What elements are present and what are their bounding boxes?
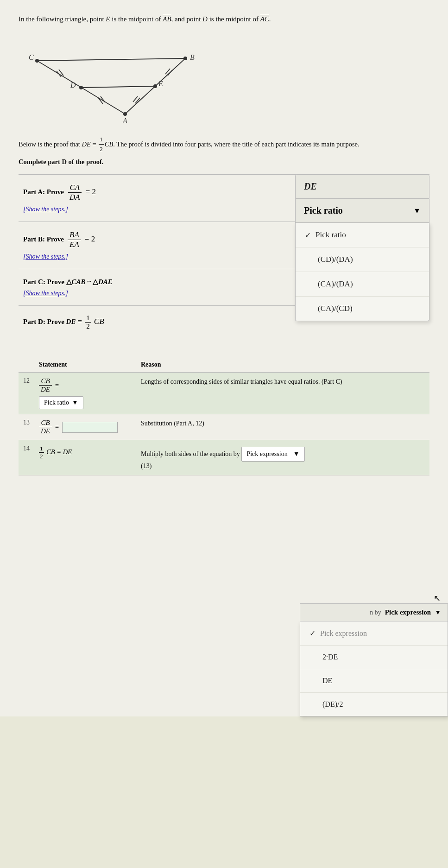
part-a-fraction: CA DA — [68, 183, 82, 202]
proof-intro-text: Below is the proof that DE = 12CB. The p… — [19, 135, 429, 155]
part-c-show-steps[interactable]: [Show the steps.] — [23, 290, 290, 297]
de-label: DE — [304, 181, 317, 192]
chevron-down-icon: ▼ — [413, 207, 421, 215]
row-num-14: 14 — [19, 440, 34, 475]
bottom-dropdown-overlay: ↖ n by Pick expression ▼ ✓ Pick expressi… — [300, 589, 448, 716]
mouse-cursor-icon: ↖ — [434, 594, 441, 603]
dropdown-item-label: Pick ratio — [315, 230, 346, 240]
row-14-reason: Multiply both sides of the equation by P… — [136, 440, 429, 475]
svg-text:B: B — [190, 53, 195, 61]
row-num-13: 13 — [19, 414, 34, 440]
row-13-num: CB — [39, 419, 51, 427]
part-a-show-steps[interactable]: [Show the steps.] — [23, 206, 290, 213]
table-row: 12 CB DE = Pick ratio ▼ — [19, 373, 429, 414]
part-b-num: BA — [68, 230, 81, 240]
pick-expression-text: Pick expression — [246, 450, 287, 459]
pick-expression-header-label: Pick expression — [385, 608, 431, 616]
row-13-input[interactable] — [62, 422, 118, 433]
row-12-statement: CB DE = Pick ratio ▼ — [34, 373, 136, 414]
dropdown-item-label: (CD)/(DA) — [318, 255, 353, 264]
dropdown-item-ca-da[interactable]: (CA)/(DA) — [296, 272, 429, 297]
cursor-area: ↖ — [300, 589, 448, 603]
checkmark-icon: ✓ — [305, 231, 311, 240]
dropdown-item-pick-ratio[interactable]: ✓ Pick ratio — [296, 223, 429, 247]
row-14-reason-suffix: (13) — [141, 462, 425, 471]
col-num — [19, 358, 34, 373]
part-d-half: 1 2 — [85, 314, 91, 330]
part-b-show-steps[interactable]: [Show the steps.] — [23, 253, 290, 260]
table-row: 13 CB DE = Substitution (Part — [19, 414, 429, 440]
svg-point-14 — [123, 112, 127, 116]
bottom-dropdown-item-label: 2·DE — [322, 653, 338, 661]
row-14-stmt: CB = DE — [46, 448, 72, 456]
chevron-down-icon: ▼ — [72, 399, 78, 406]
chevron-down-icon: ▼ — [435, 609, 441, 616]
svg-line-0 — [37, 58, 185, 61]
svg-text:D: D — [70, 81, 76, 89]
row-13-eq: = — [55, 423, 59, 431]
row-12-fraction: CB DE = — [39, 377, 132, 393]
table-row: 14 1 2 CB = DE Multiply both sides of th… — [19, 440, 429, 475]
row-14-statement: 1 2 CB = DE — [34, 440, 136, 475]
part-b-equals: = 2 — [85, 234, 95, 243]
top-dropdown-overlay: DE Pick ratio ▼ ✓ Pick ratio (CD)/(DA) — [295, 174, 429, 321]
svg-line-3 — [81, 86, 155, 88]
part-b-label: Part B: Prove — [23, 235, 64, 243]
svg-point-16 — [153, 84, 157, 88]
pick-ratio-selector[interactable]: Pick ratio ▼ — [295, 199, 429, 223]
row-12-num: CB — [39, 377, 51, 386]
pick-ratio-label: Pick ratio — [304, 205, 343, 216]
dropdown-item-label: (CA)/(DA) — [318, 279, 353, 289]
part-b-fraction: BA EA — [68, 230, 81, 249]
row-num-12: 12 — [19, 373, 34, 414]
bottom-dropdown-item-pick-expression[interactable]: ✓ Pick expression — [300, 621, 448, 646]
row-13-fraction: CB DE = — [39, 419, 132, 435]
row-12-den: DE — [39, 386, 52, 393]
svg-text:C: C — [29, 53, 34, 61]
table-section: Statement Reason 12 CB DE — [0, 349, 448, 485]
part-d-equals-half: = — [77, 317, 84, 326]
part-b-den: EA — [68, 240, 81, 249]
svg-point-13 — [183, 57, 187, 60]
row-13-reason: Substitution (Part A, 12) — [136, 414, 429, 440]
bottom-dropdown-item-de-over-2[interactable]: (DE)/2 ○ C — [300, 693, 448, 716]
row-13-statement: CB DE = — [34, 414, 136, 440]
row-13-den: DE — [39, 427, 52, 435]
top-dropdown-header[interactable]: DE — [295, 174, 429, 199]
svg-point-15 — [79, 86, 83, 89]
proof-table: Statement Reason 12 CB DE — [19, 358, 429, 475]
part-d-cb: CB — [94, 317, 104, 326]
bottom-dropdown-item-de[interactable]: DE roble — [300, 669, 448, 693]
bottom-dropdown-list: ✓ Pick expression 2·DE DE roble (DE — [300, 621, 448, 716]
pick-ratio-text: Pick ratio — [44, 399, 69, 406]
part-d-label: Part D: Prove DE — [23, 318, 76, 325]
bottom-area: ↖ n by Pick expression ▼ ✓ Pick expressi… — [0, 485, 448, 716]
part-c-label: Part C: Prove △CAB ~ △DAE — [23, 278, 113, 285]
chevron-down-icon: ▼ — [293, 450, 300, 459]
bottom-dropdown-item-2de[interactable]: 2·DE — [300, 646, 448, 669]
bottom-dropdown-header[interactable]: n by Pick expression ▼ — [300, 603, 448, 621]
part-a-den: DA — [68, 193, 82, 202]
row-12-pick-ratio[interactable]: Pick ratio ▼ — [39, 396, 83, 409]
dropdown-item-cd-da[interactable]: (CD)/(DA) — [296, 247, 429, 272]
bottom-dropdown-item-label: Pick expression — [320, 629, 367, 638]
bottom-dropdown-item-label: (DE)/2 — [322, 700, 343, 709]
part-a-label: Part A: Prove — [23, 188, 64, 196]
bottom-dropdown-item-label: DE — [322, 677, 332, 685]
top-dropdown-list: ✓ Pick ratio (CD)/(DA) (CA)/(DA) (CA)/(C… — [295, 223, 429, 321]
checkmark-icon: ✓ — [309, 629, 315, 638]
multiply-prefix: n by — [370, 609, 381, 616]
row-14-pick-expression[interactable]: Pick expression ▼ — [241, 447, 304, 462]
part-a-equals: = 2 — [86, 187, 96, 196]
col-reason: Reason — [136, 358, 429, 373]
row-14-half: 1 2 — [39, 445, 44, 460]
col-statement: Statement — [34, 358, 136, 373]
triangle-diagram: C B A D E — [19, 33, 429, 126]
row-12-eq: = — [55, 381, 59, 389]
dropdown-item-ca-cd[interactable]: (CA)/(CD) — [296, 297, 429, 321]
complete-instruction: Complete part D of the proof. — [19, 158, 429, 166]
svg-text:E: E — [158, 80, 163, 88]
svg-point-12 — [35, 59, 39, 63]
row-12-reason: Lengths of corresponding sides of simila… — [136, 373, 429, 414]
dropdown-item-label: (CA)/(CD) — [318, 304, 353, 313]
